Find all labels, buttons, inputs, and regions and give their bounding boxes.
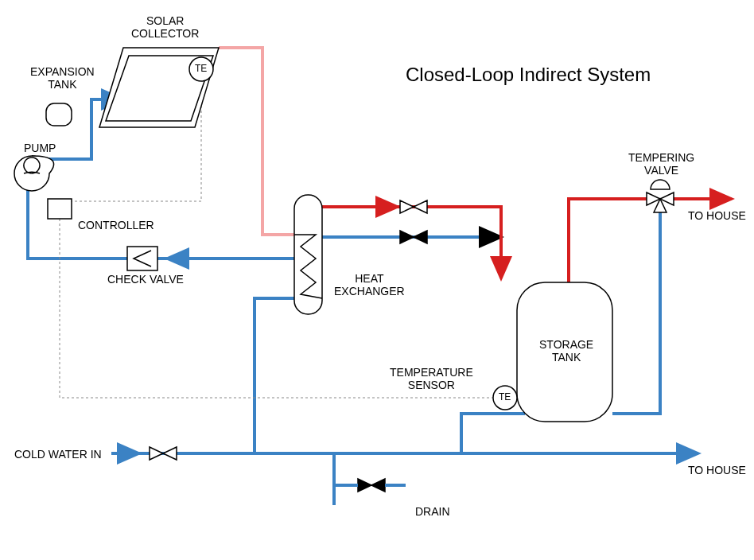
label-to-house-hot: TO HOUSE	[688, 209, 746, 222]
heat-exchanger	[294, 195, 322, 314]
label-check-valve: CHECK VALVE	[107, 273, 184, 286]
label-pump: PUMP	[24, 142, 56, 154]
label-controller: CONTROLLER	[78, 219, 154, 231]
diagram-title: Closed-Loop Indirect System	[406, 64, 651, 86]
label-temperature-sensor: TEMPERATURE SENSOR	[390, 366, 473, 391]
label-expansion-tank: EXPANSION TANK	[30, 65, 95, 91]
hot-lines	[322, 199, 732, 282]
label-drain: DRAIN	[415, 505, 450, 518]
label-te1: TE	[195, 64, 207, 75]
svg-rect-6	[46, 103, 72, 126]
valve-cold-in	[150, 447, 177, 460]
svg-rect-9	[127, 247, 157, 270]
label-te2: TE	[499, 392, 511, 403]
label-tempering-valve: TEMPERING VALVE	[628, 151, 694, 177]
valve-drain	[358, 479, 385, 492]
expansion-tank	[46, 103, 72, 126]
check-valve	[127, 247, 157, 270]
label-to-house-cold: TO HOUSE	[688, 464, 746, 476]
controller	[48, 199, 72, 219]
svg-rect-8	[48, 199, 72, 219]
warm-line	[219, 48, 294, 235]
pump	[14, 156, 54, 191]
label-cold-water-in: COLD WATER IN	[14, 448, 102, 461]
label-heat-exchanger: HEAT EXCHANGER	[334, 272, 405, 298]
label-solar-collector: SOLAR COLLECTOR	[131, 14, 199, 40]
tempering-valve	[647, 180, 674, 212]
valve-hot-top	[400, 200, 427, 213]
label-storage-tank: STORAGE TANK	[539, 338, 593, 364]
valve-return	[400, 231, 427, 243]
